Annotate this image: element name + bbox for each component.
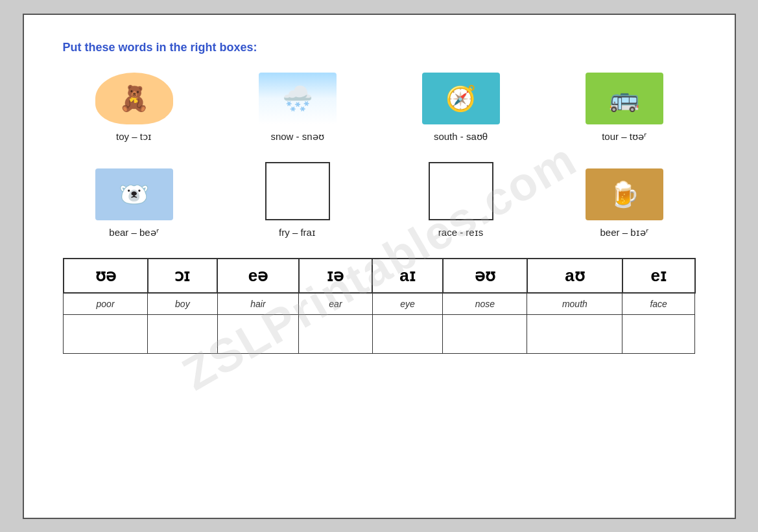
- table-empty-cell[interactable]: [372, 314, 443, 353]
- tour-image: 🚌: [586, 73, 663, 124]
- fry-label: fry – fraɪ: [279, 227, 316, 238]
- item-south: 🧭 south - saʊθ: [390, 73, 532, 143]
- items-row-1: 🧸 toy – tɔɪ 🌨️ snow - snəʊ 🧭 south - saʊ…: [63, 73, 696, 143]
- item-race: race - reɪs: [390, 162, 532, 238]
- table-word-cell: poor: [64, 293, 148, 315]
- toy-label: toy – tɔɪ: [116, 131, 152, 143]
- beer-label: beer – bɪəʳ: [600, 227, 648, 238]
- table-word-cell: boy: [148, 293, 217, 315]
- item-snow: 🌨️ snow - snəʊ: [226, 73, 369, 143]
- main-page: ZSLPrintables.com Put these words in the…: [23, 14, 736, 519]
- tour-label: tour – tʊəʳ: [602, 131, 646, 143]
- item-fry: fry – fraɪ: [226, 162, 369, 238]
- south-label: south - saʊθ: [434, 131, 488, 143]
- table-empty-cell[interactable]: [299, 314, 372, 353]
- snow-image: 🌨️: [259, 73, 337, 124]
- table-word-cell: eye: [372, 293, 443, 315]
- table-header-aɪ: aɪ: [372, 259, 443, 293]
- table-empty-cell[interactable]: [217, 314, 299, 353]
- table-header-ɔɪ: ɔɪ: [148, 259, 217, 293]
- table-header-aʊ: aʊ: [527, 259, 622, 293]
- item-tour: 🚌 tour – tʊəʳ: [553, 73, 696, 143]
- diphthong-table: ʊəɔɪeəɪəaɪəʊaʊeɪ poorboyhaireareyenosemo…: [63, 258, 696, 354]
- table-empty-row: [64, 314, 695, 353]
- items-row-2: 🐻‍❄️ bear – beəʳ fry – fraɪ race - reɪs …: [63, 162, 696, 238]
- table-header-ʊə: ʊə: [64, 259, 148, 293]
- table-word-cell: nose: [443, 293, 527, 315]
- table-header-əʊ: əʊ: [443, 259, 527, 293]
- instruction-text: Put these words in the right boxes:: [63, 41, 696, 54]
- table-empty-cell[interactable]: [64, 314, 148, 353]
- table-header-ɪə: ɪə: [299, 259, 372, 293]
- table-empty-cell[interactable]: [443, 314, 527, 353]
- toy-image: 🧸: [95, 73, 173, 124]
- compass-image: 🧭: [422, 73, 500, 124]
- table-header-eɪ: eɪ: [622, 259, 695, 293]
- item-bear: 🐻‍❄️ bear – beəʳ: [63, 168, 206, 238]
- snow-label: snow - snəʊ: [270, 131, 324, 143]
- table-empty-cell[interactable]: [622, 314, 695, 353]
- table-word-cell: face: [622, 293, 695, 315]
- table-empty-cell[interactable]: [527, 314, 622, 353]
- table-word-row: poorboyhaireareyenosemouthface: [64, 293, 695, 315]
- race-box[interactable]: [429, 162, 493, 220]
- table-empty-cell[interactable]: [148, 314, 217, 353]
- bear-image: 🐻‍❄️: [95, 168, 173, 220]
- beer-image: 🍺: [586, 168, 663, 220]
- table-header-row: ʊəɔɪeəɪəaɪəʊaʊeɪ: [64, 259, 695, 293]
- table-word-cell: mouth: [527, 293, 622, 315]
- table-header-eə: eə: [217, 259, 299, 293]
- item-beer: 🍺 beer – bɪəʳ: [553, 168, 696, 238]
- bear-label: bear – beəʳ: [109, 227, 158, 238]
- item-toy: 🧸 toy – tɔɪ: [63, 73, 206, 143]
- table-word-cell: ear: [299, 293, 372, 315]
- table-word-cell: hair: [217, 293, 299, 315]
- fry-box[interactable]: [265, 162, 330, 220]
- race-label: race - reɪs: [438, 227, 483, 238]
